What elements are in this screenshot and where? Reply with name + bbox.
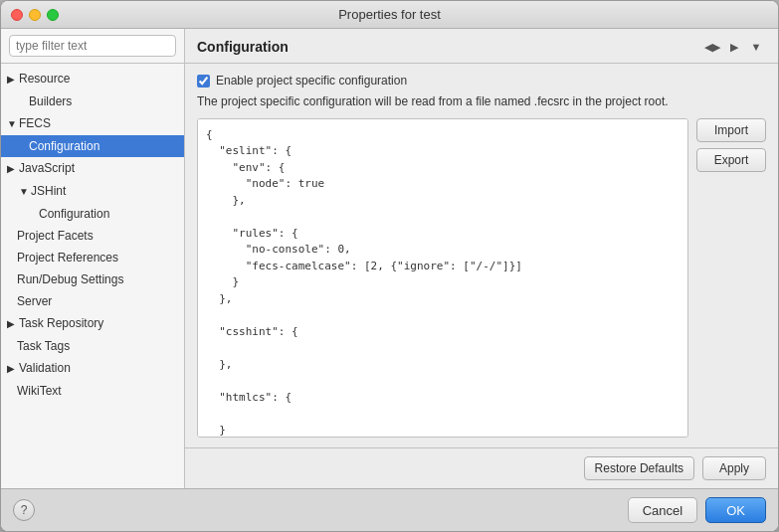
sidebar-item-resource[interactable]: ▶Resource — [1, 68, 184, 90]
sidebar-item-jshint-configuration[interactable]: Configuration — [1, 203, 184, 225]
sidebar-item-jshint[interactable]: ▼JSHint — [1, 180, 184, 203]
forward-button[interactable]: ▶ — [724, 37, 744, 57]
code-content: { "eslint": { "env": { "node": true }, "… — [206, 127, 680, 438]
cancel-button[interactable]: Cancel — [628, 497, 697, 523]
filter-input[interactable] — [9, 35, 176, 57]
checkbox-row: Enable project specific configuration — [197, 74, 766, 88]
import-button[interactable]: Import — [696, 118, 766, 142]
collapse-arrow-icon: ▼ — [7, 115, 17, 133]
main-window: Properties for test ▶Resource Builders ▼… — [0, 0, 779, 532]
sidebar-item-builders[interactable]: Builders — [1, 90, 184, 112]
sidebar: ▶Resource Builders ▼FECS Configuration ▶… — [1, 29, 185, 488]
minimize-button[interactable] — [29, 9, 41, 21]
maximize-button[interactable] — [47, 9, 59, 21]
main-content: ▶Resource Builders ▼FECS Configuration ▶… — [1, 29, 778, 488]
expand-arrow-icon: ▶ — [7, 160, 17, 178]
sidebar-item-server[interactable]: Server — [1, 290, 184, 312]
titlebar: Properties for test — [1, 1, 778, 29]
header-icons: ◀▶ ▶ ▼ — [702, 37, 766, 57]
info-text: The project specific configuration will … — [197, 93, 766, 110]
bottom-bar: Restore Defaults Apply — [185, 447, 778, 488]
right-panel: Configuration ◀▶ ▶ ▼ Enable project spec… — [185, 29, 778, 488]
code-editor[interactable]: { "eslint": { "env": { "node": true }, "… — [197, 118, 688, 438]
window-title: Properties for test — [338, 7, 441, 22]
expand-arrow-icon: ▶ — [7, 71, 17, 89]
footer-left: ? — [13, 499, 35, 521]
expand-arrow-icon: ▶ — [7, 360, 17, 378]
traffic-lights — [11, 9, 59, 21]
checkbox-label: Enable project specific configuration — [216, 74, 407, 88]
sidebar-item-run-debug[interactable]: Run/Debug Settings — [1, 268, 184, 290]
import-export-buttons: Import Export — [696, 118, 766, 438]
sidebar-item-javascript[interactable]: ▶JavaScript — [1, 157, 184, 180]
panel-header: Configuration ◀▶ ▶ ▼ — [185, 29, 778, 64]
sidebar-item-task-tags[interactable]: Task Tags — [1, 335, 184, 357]
config-area: { "eslint": { "env": { "node": true }, "… — [197, 118, 766, 438]
tree: ▶Resource Builders ▼FECS Configuration ▶… — [1, 64, 184, 488]
apply-button[interactable]: Apply — [702, 456, 766, 480]
sidebar-item-project-references[interactable]: Project References — [1, 247, 184, 268]
enable-config-checkbox[interactable] — [197, 75, 210, 88]
restore-defaults-button[interactable]: Restore Defaults — [584, 456, 694, 480]
question-mark-icon: ? — [21, 503, 28, 517]
sidebar-item-wikitext[interactable]: WikiText — [1, 380, 184, 402]
sidebar-item-fecs[interactable]: ▼FECS — [1, 112, 184, 135]
footer-right: Cancel OK — [628, 497, 766, 523]
sidebar-item-validation[interactable]: ▶Validation — [1, 357, 184, 380]
panel-title: Configuration — [197, 39, 289, 55]
filter-container — [1, 29, 184, 64]
back-button[interactable]: ◀▶ — [702, 37, 722, 57]
sidebar-item-configuration[interactable]: Configuration — [1, 135, 184, 157]
collapse-arrow-icon: ▼ — [19, 183, 29, 201]
ok-button[interactable]: OK — [705, 497, 766, 523]
export-button[interactable]: Export — [696, 148, 766, 172]
footer: ? Cancel OK — [1, 488, 778, 531]
sidebar-item-task-repository[interactable]: ▶Task Repository — [1, 312, 184, 335]
sidebar-item-project-facets[interactable]: Project Facets — [1, 225, 184, 247]
dropdown-icon[interactable]: ▼ — [746, 37, 766, 57]
panel-body: Enable project specific configuration Th… — [185, 64, 778, 447]
help-button[interactable]: ? — [13, 499, 35, 521]
expand-arrow-icon: ▶ — [7, 315, 17, 333]
close-button[interactable] — [11, 9, 23, 21]
